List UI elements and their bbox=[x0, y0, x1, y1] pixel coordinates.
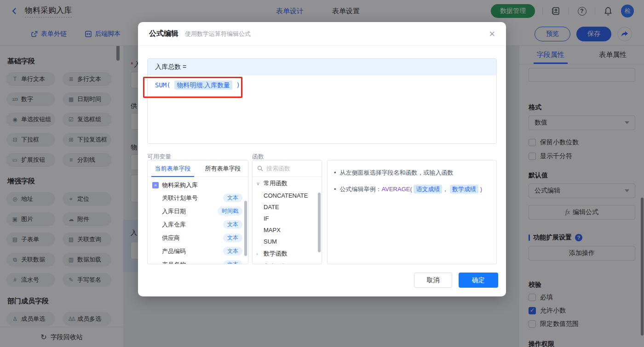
caret-open-icon: ∨ bbox=[256, 181, 261, 187]
variables-panel: 当前表单字段 所有表单字段 ≡ 物料采购入库 关联计划单号文本 入库日期时间戳 … bbox=[147, 160, 248, 264]
confirm-button[interactable]: 确定 bbox=[459, 273, 498, 288]
type-badge: 文本 bbox=[223, 220, 242, 229]
help-line-2: • 公式编辑举例：AVERAGE( 语文成绩， 数学成绩 ) bbox=[334, 184, 490, 194]
example-token-2: 数学成绩 bbox=[450, 185, 478, 193]
example-function: AVERAGE( bbox=[382, 186, 412, 193]
functions-scrollbar[interactable] bbox=[318, 193, 321, 252]
formula-target-bar: 入库总数 = bbox=[148, 59, 496, 75]
function-group-math[interactable]: › 数学函数 bbox=[253, 247, 322, 260]
caret-closed-icon: › bbox=[256, 264, 261, 264]
function-item[interactable]: CONCATENATE bbox=[253, 190, 322, 201]
formula-close-paren: ) bbox=[236, 81, 240, 89]
variable-item[interactable]: 产品名称文本 bbox=[148, 258, 248, 264]
close-icon[interactable]: × bbox=[489, 29, 495, 39]
form-document-icon: ≡ bbox=[152, 182, 159, 188]
type-badge: 时间戳 bbox=[218, 207, 242, 216]
modal-title: 公式编辑 bbox=[149, 29, 178, 39]
tab-current-form-fields[interactable]: 当前表单字段 bbox=[148, 160, 198, 176]
formula-editor: 入库总数 = SUM( 物料明细.入库数量 ) bbox=[147, 58, 497, 144]
variable-item[interactable]: 入库日期时间戳 bbox=[148, 205, 248, 218]
type-badge: 文本 bbox=[223, 260, 242, 264]
cancel-button[interactable]: 取消 bbox=[414, 273, 452, 288]
variables-scrollbar[interactable] bbox=[244, 201, 247, 256]
formula-input-area[interactable]: SUM( 物料明细.入库数量 ) bbox=[148, 75, 496, 144]
modal-subtitle: 使用数学运算符编辑公式 bbox=[185, 30, 251, 38]
example-token-1: 语文成绩 bbox=[414, 185, 442, 193]
search-icon bbox=[257, 165, 263, 171]
variable-item[interactable]: 入库仓库文本 bbox=[148, 218, 248, 231]
variables-tabs: 当前表单字段 所有表单字段 bbox=[148, 160, 248, 177]
variable-item[interactable]: 产品编码文本 bbox=[148, 245, 248, 258]
help-panel: • 从左侧面板选择字段名和函数，或输入函数 • 公式编辑举例：AVERAGE( … bbox=[327, 160, 497, 264]
function-search[interactable]: 搜索函数 bbox=[253, 160, 322, 177]
functions-panel: 搜索函数 ∨ 常用函数 CONCATENATE DATE IF MAPX SUM… bbox=[252, 160, 322, 264]
type-badge: 文本 bbox=[223, 233, 242, 242]
type-badge: 文本 bbox=[223, 247, 242, 256]
function-group-common[interactable]: ∨ 常用函数 bbox=[253, 177, 322, 190]
formula-function: SUM( bbox=[155, 81, 171, 89]
tab-all-form-fields[interactable]: 所有表单字段 bbox=[198, 160, 248, 176]
function-item[interactable]: MAPX bbox=[253, 224, 322, 236]
modal-header: 公式编辑 使用数学运算符编辑公式 × bbox=[138, 22, 506, 46]
function-item[interactable]: SUM bbox=[253, 236, 322, 247]
formula-field-token[interactable]: 物料明细.入库数量 bbox=[174, 80, 232, 90]
caret-closed-icon: › bbox=[256, 251, 261, 256]
function-item[interactable]: IF bbox=[253, 213, 322, 224]
help-line-1: • 从左侧面板选择字段名和函数，或输入函数 bbox=[334, 168, 490, 178]
search-placeholder: 搜索函数 bbox=[266, 165, 290, 173]
type-badge: 文本 bbox=[223, 193, 242, 202]
variables-form-node[interactable]: ≡ 物料采购入库 bbox=[148, 177, 248, 191]
formula-edit-modal: 公式编辑 使用数学运算符编辑公式 × 入库总数 = SUM( 物料明细.入库数量… bbox=[138, 22, 506, 296]
function-item[interactable]: DATE bbox=[253, 201, 322, 213]
variable-item[interactable]: 供应商文本 bbox=[148, 231, 248, 245]
function-group-text[interactable]: › 文本函数 bbox=[253, 260, 322, 264]
variable-item[interactable]: 关联计划单号文本 bbox=[148, 191, 248, 205]
